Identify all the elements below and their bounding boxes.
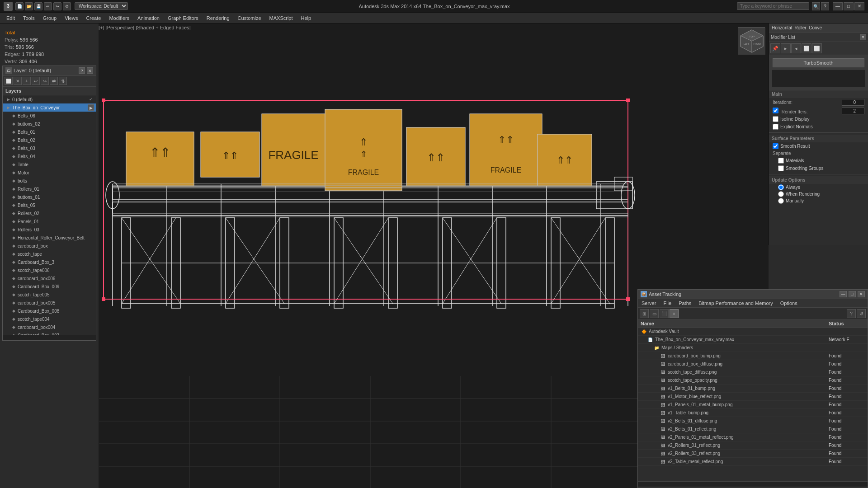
materials-checkbox[interactable] — [778, 158, 784, 164]
ap-table-row[interactable]: 🖼 scotch_tape_opacity.png Found — [638, 376, 868, 385]
layer-item[interactable]: ◆ Cardboard_Box_3 — [3, 258, 96, 266]
render-iters-input[interactable] — [842, 108, 864, 114]
layer-item[interactable]: ◆ Rollers_03 — [3, 225, 96, 234]
layer-item[interactable]: ◆ Belts_06 — [3, 112, 96, 120]
manually-radio[interactable] — [778, 198, 784, 204]
maximize-button[interactable]: □ — [844, 2, 854, 10]
help-icon[interactable]: ? — [821, 2, 829, 10]
layer-item[interactable]: ◆ buttons_01 — [3, 193, 96, 201]
ap-menu-options[interactable]: Options — [778, 300, 799, 306]
ap-table-row[interactable]: 🖼 cardboard_box_bump.png Found — [638, 352, 868, 360]
smooth-result-checkbox[interactable] — [773, 143, 778, 149]
settings-btn[interactable]: ⚙ — [63, 2, 71, 10]
layer-expand-btn[interactable]: ▶ — [88, 104, 94, 111]
menu-create[interactable]: Create — [82, 14, 104, 22]
ap-table-row[interactable]: 🖼 v2_Belts_01_reflect.png Found — [638, 425, 868, 433]
layer-item[interactable]: ◆ Table — [3, 160, 96, 169]
layer-item[interactable]: ◆ Cardboard_Box_009 — [3, 282, 96, 291]
open-btn[interactable]: 📂 — [25, 2, 33, 10]
ap-table-row[interactable]: 🖼 scotch_tape_diffuse.png Found — [638, 368, 868, 376]
layer-item[interactable]: ◆ scotch_tape005 — [3, 291, 96, 299]
layer-item[interactable]: ◆ cardboard_box — [3, 242, 96, 250]
layer-item[interactable]: ◆ scotch_tape — [3, 250, 96, 258]
isoline-checkbox[interactable] — [773, 116, 778, 122]
new-btn[interactable]: 📄 — [15, 2, 24, 10]
rp-btn-5[interactable]: ⬜ — [812, 43, 822, 53]
ap-menu-bitmap[interactable]: Bitmap Performance and Memory — [697, 300, 774, 306]
layer-item[interactable]: ◆ bolts — [3, 177, 96, 185]
layer-item[interactable]: ◆ cardboard_box004 — [3, 323, 96, 331]
explicit-normals-checkbox[interactable] — [773, 124, 778, 130]
rp-btn-3[interactable]: ◂ — [791, 43, 801, 53]
layer-item[interactable]: ◆ Belts_01 — [3, 128, 96, 136]
ap-table-row[interactable]: 🖼 v1_Belts_01_bump.png Found — [638, 385, 868, 393]
layer-item[interactable]: ◆ buttons_02 — [3, 120, 96, 128]
iterations-input[interactable] — [842, 99, 864, 106]
ap-reload-btn[interactable]: ↺ — [857, 309, 866, 318]
asset-maximize-btn[interactable]: □ — [849, 291, 856, 297]
layer-sort-btn[interactable]: ⇅ — [59, 77, 67, 85]
asset-scrollbar-h[interactable] — [638, 481, 868, 487]
menu-graph-editors[interactable]: Graph Editors — [164, 14, 202, 22]
close-button[interactable]: ✕ — [854, 2, 864, 10]
layers-scrollbar-h[interactable] — [3, 335, 96, 340]
layers-help-btn[interactable]: ? — [79, 67, 85, 74]
ap-menu-file[interactable]: File — [661, 300, 673, 306]
rp-btn-1[interactable]: 📌 — [770, 43, 780, 53]
rp-btn-2[interactable]: ▸ — [781, 43, 791, 53]
asset-close-btn[interactable]: ✕ — [858, 291, 865, 297]
layer-item[interactable]: ◆ Belts_03 — [3, 144, 96, 152]
layer-item[interactable]: ◆ Cardboard_Box_007 — [3, 331, 96, 335]
layer-item[interactable]: ◆ Cardboard_Box_008 — [3, 307, 96, 315]
layer-item[interactable]: ◆ Rollers_02 — [3, 209, 96, 217]
menu-modifiers[interactable]: Modifiers — [105, 14, 133, 22]
always-radio[interactable] — [778, 184, 784, 190]
minimize-button[interactable]: — — [833, 2, 843, 10]
layers-close-btn[interactable]: ✕ — [87, 67, 93, 74]
layer-delete-btn[interactable]: ✕ — [14, 77, 22, 85]
ap-table-row[interactable]: 🖼 v2_Table_metal_reflect.png Found — [638, 458, 868, 466]
ap-tb-2[interactable]: ▭ — [650, 309, 659, 318]
layer-item[interactable]: ◆ Belts_02 — [3, 136, 96, 144]
asset-minimize-btn[interactable]: — — [840, 291, 847, 297]
layer-swap-btn[interactable]: ⇄ — [50, 77, 58, 85]
ap-table-row[interactable]: 🖼 v2_Panels_01_metal_reflect.png Found — [638, 433, 868, 441]
menu-customize[interactable]: Customize — [234, 14, 265, 22]
ap-table-row[interactable]: 🖼 v1_Table_bump.png Found — [638, 409, 868, 417]
layer-item[interactable]: ◆ Belts_04 — [3, 152, 96, 160]
undo-btn[interactable]: ↩ — [44, 2, 52, 10]
modifier-name[interactable]: TurboSmooth — [773, 58, 864, 67]
ap-table-row[interactable]: 🖼 cardboard_box_diffuse.png Found — [638, 360, 868, 368]
ap-table-row[interactable]: 📁 Maps / Shaders — [638, 344, 868, 352]
ap-table-row[interactable]: 🔶 Autodesk Vault — [638, 328, 868, 336]
layer-item[interactable]: ◆ cardboard_box006 — [3, 274, 96, 282]
menu-rendering[interactable]: Rendering — [203, 14, 233, 22]
search-input[interactable] — [737, 2, 809, 10]
ap-table-row[interactable]: 🖼 v1_Motor_blue_reflect.png Found — [638, 393, 868, 401]
ap-table-row[interactable]: 📄 The_Box_on_Conveyor_max_vray.max Netwo… — [638, 336, 868, 344]
menu-animation[interactable]: Animation — [134, 14, 163, 22]
menu-tools[interactable]: Tools — [19, 14, 38, 22]
layer-item[interactable]: ◆ scotch_tape006 — [3, 266, 96, 274]
ap-table-row[interactable]: 🖼 v2_Rollers_01_reflect.png Found — [638, 441, 868, 450]
ap-menu-paths[interactable]: Paths — [677, 300, 693, 306]
layer-item[interactable]: ◆ Panels_01 — [3, 217, 96, 225]
menu-maxscript[interactable]: MAXScript — [266, 14, 297, 22]
menu-views[interactable]: Views — [61, 14, 81, 22]
layer-move-up-btn[interactable]: ↩ — [32, 77, 40, 85]
ap-tb-4[interactable]: ≡ — [670, 309, 679, 318]
layer-item[interactable]: ◆ Horizontal_Roller_Conveyor_Belt — [3, 234, 96, 242]
cube-nav[interactable]: TOP FRONT LEFT — [738, 27, 765, 54]
layers-list[interactable]: ▶ 0 (default) ✓ ▶ The_Box_on_Conveyor ▶ … — [3, 95, 96, 335]
smoothing-groups-checkbox[interactable] — [778, 165, 784, 171]
save-btn[interactable]: 💾 — [34, 2, 42, 10]
layer-item[interactable]: ◆ Motor — [3, 169, 96, 177]
layer-move-down-btn[interactable]: ↪ — [41, 77, 49, 85]
ap-help-btn[interactable]: ? — [847, 309, 856, 318]
ap-table-row[interactable]: 🖼 v2_Rollers_03_reflect.png Found — [638, 450, 868, 458]
redo-btn[interactable]: ↪ — [53, 2, 61, 10]
layer-item[interactable]: ◆ Belts_05 — [3, 201, 96, 209]
workspace-select[interactable]: Workspace: Default — [75, 2, 128, 10]
search-icon[interactable]: 🔍 — [812, 2, 820, 10]
layer-toggle-btn[interactable]: ⬜ — [5, 77, 13, 85]
